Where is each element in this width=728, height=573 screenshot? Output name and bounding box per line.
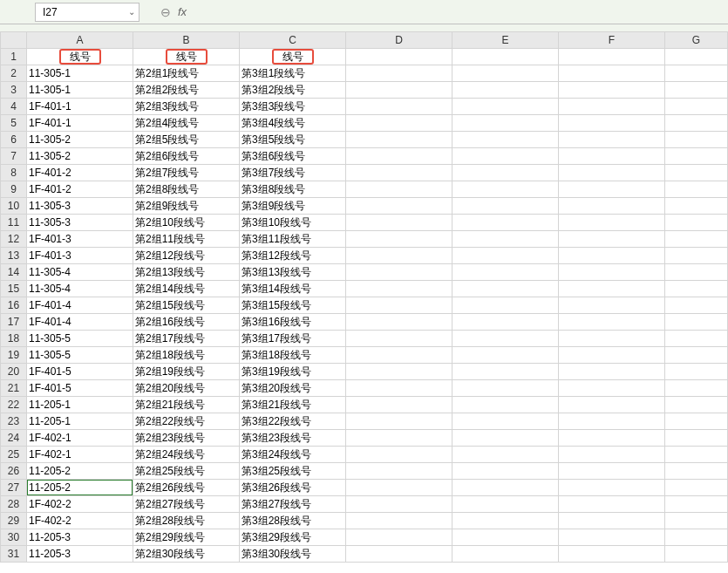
- cell[interactable]: [559, 264, 665, 281]
- cell[interactable]: 第2组21段线号: [133, 397, 240, 413]
- cell[interactable]: [665, 115, 728, 132]
- cell[interactable]: 第3组4段线号: [240, 115, 346, 132]
- col-header-a[interactable]: A: [27, 32, 133, 49]
- cell[interactable]: [452, 198, 559, 215]
- cell[interactable]: [452, 181, 559, 198]
- cell[interactable]: [346, 82, 452, 99]
- cell[interactable]: [665, 297, 728, 314]
- cell[interactable]: 第2组5段线号: [133, 132, 240, 148]
- cell[interactable]: 1F-402-1: [27, 447, 133, 463]
- cell[interactable]: [346, 413, 452, 430]
- col-header-g[interactable]: G: [665, 32, 728, 49]
- cell[interactable]: [452, 215, 559, 231]
- cell[interactable]: 1F-401-1: [27, 115, 133, 132]
- cell[interactable]: [452, 347, 559, 364]
- row-header[interactable]: 12: [1, 231, 27, 248]
- cell[interactable]: [346, 447, 452, 463]
- cell[interactable]: [665, 397, 728, 413]
- cell[interactable]: [346, 99, 452, 115]
- cell[interactable]: [346, 347, 452, 364]
- cell[interactable]: [665, 380, 728, 397]
- cell[interactable]: [559, 463, 665, 480]
- formula-input[interactable]: [194, 3, 725, 22]
- row-header[interactable]: 29: [1, 513, 27, 529]
- cell[interactable]: 1F-401-2: [27, 165, 133, 181]
- cell[interactable]: 第3组28段线号: [240, 513, 346, 529]
- cell[interactable]: 11-305-3: [27, 198, 133, 215]
- cell[interactable]: [559, 546, 665, 563]
- cell[interactable]: [665, 513, 728, 529]
- cell[interactable]: [665, 463, 728, 480]
- cell[interactable]: 11-205-2: [27, 463, 133, 480]
- cell[interactable]: [665, 430, 728, 447]
- cell[interactable]: [665, 314, 728, 331]
- cell[interactable]: [559, 132, 665, 148]
- cell[interactable]: 1F-402-2: [27, 513, 133, 529]
- select-all-corner[interactable]: [1, 32, 27, 49]
- cell[interactable]: [665, 215, 728, 231]
- fx-label[interactable]: fx: [178, 5, 187, 18]
- cell[interactable]: [346, 380, 452, 397]
- cell[interactable]: 第2组12段线号: [133, 248, 240, 264]
- cell[interactable]: [346, 49, 452, 65]
- cell[interactable]: 第2组23段线号: [133, 430, 240, 447]
- cell[interactable]: [559, 115, 665, 132]
- row-header[interactable]: 20: [1, 364, 27, 380]
- cell[interactable]: 第2组3段线号: [133, 99, 240, 115]
- cell[interactable]: [559, 215, 665, 231]
- col-header-e[interactable]: E: [452, 32, 559, 49]
- cell[interactable]: [665, 165, 728, 181]
- cell[interactable]: 1F-401-1: [27, 99, 133, 115]
- cell[interactable]: 第3组5段线号: [240, 132, 346, 148]
- cell[interactable]: 第3组25段线号: [240, 463, 346, 480]
- cell[interactable]: 第3组23段线号: [240, 430, 346, 447]
- cell[interactable]: [665, 148, 728, 165]
- cell[interactable]: 第2组28段线号: [133, 513, 240, 529]
- cell[interactable]: 第2组10段线号: [133, 215, 240, 231]
- cell[interactable]: 第3组6段线号: [240, 148, 346, 165]
- cell[interactable]: [452, 513, 559, 529]
- cell[interactable]: 第3组10段线号: [240, 215, 346, 231]
- cell[interactable]: [559, 314, 665, 331]
- cell[interactable]: [346, 297, 452, 314]
- cell[interactable]: [346, 430, 452, 447]
- cell[interactable]: [452, 49, 559, 65]
- cell[interactable]: [346, 115, 452, 132]
- cell[interactable]: [559, 480, 665, 496]
- cell[interactable]: 第2组6段线号: [133, 148, 240, 165]
- cell[interactable]: [559, 364, 665, 380]
- cell[interactable]: [452, 248, 559, 264]
- cell[interactable]: 1F-401-3: [27, 231, 133, 248]
- cell[interactable]: 第3组3段线号: [240, 99, 346, 115]
- cell[interactable]: 第3组29段线号: [240, 529, 346, 546]
- cell[interactable]: 11-205-3: [27, 546, 133, 563]
- cell[interactable]: [346, 215, 452, 231]
- cell[interactable]: [665, 231, 728, 248]
- cell[interactable]: [665, 248, 728, 264]
- cell[interactable]: [452, 546, 559, 563]
- cell[interactable]: [665, 99, 728, 115]
- cancel-icon[interactable]: ⊖: [157, 5, 174, 19]
- row-header[interactable]: 23: [1, 413, 27, 430]
- name-box[interactable]: I27 ⌄: [35, 3, 139, 22]
- cell[interactable]: 11-305-5: [27, 347, 133, 364]
- cell[interactable]: 第3组20段线号: [240, 380, 346, 397]
- cell[interactable]: 第2组9段线号: [133, 198, 240, 215]
- row-header[interactable]: 4: [1, 99, 27, 115]
- cell[interactable]: 第3组17段线号: [240, 331, 346, 347]
- cell[interactable]: 第2组2段线号: [133, 82, 240, 99]
- cell[interactable]: 第3组14段线号: [240, 281, 346, 297]
- cell[interactable]: 第3组13段线号: [240, 264, 346, 281]
- cell[interactable]: [452, 148, 559, 165]
- cell[interactable]: [559, 397, 665, 413]
- cell[interactable]: [452, 331, 559, 347]
- cell[interactable]: [452, 99, 559, 115]
- cell[interactable]: 第3组27段线号: [240, 496, 346, 513]
- cell[interactable]: [665, 331, 728, 347]
- row-header[interactable]: 18: [1, 331, 27, 347]
- row-header[interactable]: 3: [1, 82, 27, 99]
- cell[interactable]: [559, 99, 665, 115]
- row-header[interactable]: 28: [1, 496, 27, 513]
- cell[interactable]: 第2组14段线号: [133, 281, 240, 297]
- cell[interactable]: 1F-401-5: [27, 380, 133, 397]
